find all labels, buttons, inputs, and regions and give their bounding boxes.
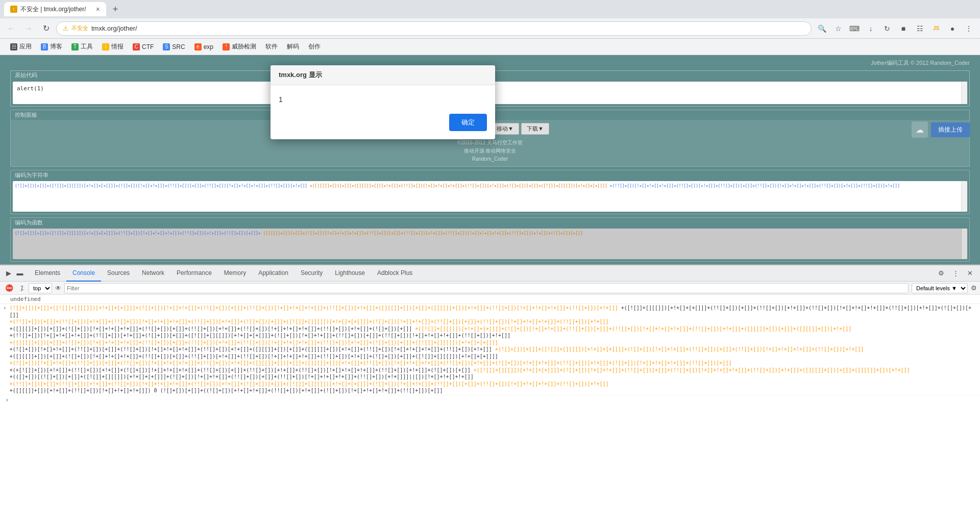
bookmark-threat[interactable]: ! 威胁检测 <box>218 40 260 53</box>
devtools-actions: ⚙ ⋮ ✕ <box>935 267 976 280</box>
devtools-icons: ▶ ▬ <box>4 269 24 278</box>
tab-close-button[interactable]: × <box>96 5 100 13</box>
back-button[interactable]: ← <box>4 21 18 36</box>
tab-favicon: ! <box>10 6 17 13</box>
bookmark-create[interactable]: 创作 <box>304 40 325 53</box>
alert-buttons: 确定 <box>279 114 487 131</box>
alert-dialog: tmxk.org 显示 1 确定 <box>271 65 495 139</box>
console-output-line5: +([][[]]+[])[+[]]+(![]+[])[!+[]+!+[]+!+[… <box>10 340 498 345</box>
console-undefined: undefined <box>0 295 980 304</box>
reload-button[interactable]: ↻ <box>39 21 53 36</box>
bookmark-software-label: 软件 <box>265 42 278 51</box>
bookmark-info[interactable]: i 情报 <box>98 40 128 53</box>
bookmark-tools-label: 工具 <box>81 42 93 51</box>
bookmark-decode[interactable]: 解码 <box>283 40 303 53</box>
console-output-line12: +([][[]]+[])[+!+[]]+(!![]+[])[!+[]+!+[]+… <box>10 388 443 393</box>
bookmark-info-label: 情报 <box>111 42 124 51</box>
console-output-line6: +(![]+[])[!+[]+!+[]]+(!![]+[])[+[]]+(!![… <box>10 346 492 352</box>
threat-icon: ! <box>223 43 230 51</box>
console-output-line4: +(!![]+[])[!+[]+!+[]+!+[]]+(!![]+[])[+!+… <box>10 333 510 338</box>
tab-title: 不安全 | tmxk.org/jother/ <box>20 5 93 14</box>
refresh-button[interactable]: ↻ <box>880 21 894 36</box>
console-output-orange: (![]+[])[+[]]+([![]]+[][[]])[+!+[]+[+[]]… <box>10 305 618 311</box>
bookmark-tools[interactable]: T 工具 <box>67 40 97 53</box>
address-bar[interactable]: ⚠ 不安全 tmxk.org/jother/ <box>56 21 812 36</box>
devtools-settings-icon[interactable]: ⚙ <box>935 267 947 280</box>
console-output-line3b: +([![]]+[][[]])[+!+[]+[+[]]]+(![]+[])[!+… <box>415 326 851 332</box>
bookmark-software[interactable]: 软件 <box>261 40 282 53</box>
levels-selector[interactable]: Default levels ▼ <box>912 283 968 293</box>
bookmark-apps[interactable]: ☷ 应用 <box>6 40 36 53</box>
tab-performance[interactable]: Performance <box>170 265 218 282</box>
translate-button[interactable]: ⌨ <box>847 21 862 36</box>
console-output-line8: +(![]+[])[!+[]+!+[]]+(!![]+[])[+[]]+(!![… <box>10 360 732 366</box>
console-output-line9: +(+[![]]+[])[+!+[]]+(!![]+[])[+!+[]]+(![… <box>10 367 471 373</box>
tab-application[interactable]: Application <box>252 265 295 282</box>
console-jother-output: (![]+[])[+[]]+([![]]+[][[]])[+!+[]+[+[]]… <box>10 305 978 394</box>
bookmark-button[interactable]: ☆ <box>831 21 845 36</box>
bookmark-ctf-label: CTF <box>142 43 154 51</box>
js-button[interactable]: JS <box>929 21 943 36</box>
blog-icon: B <box>41 43 48 51</box>
bookmark-src-label: SRC <box>172 43 185 51</box>
console-clear-button[interactable]: ⛔ <box>3 283 15 293</box>
url-display[interactable]: tmxk.org/jother/ <box>91 24 805 32</box>
not-secure-label: 不安全 <box>71 24 88 32</box>
tab-console[interactable]: Console <box>66 265 101 282</box>
scope-selector[interactable]: top <box>29 283 52 293</box>
menu-button[interactable]: ⋮ <box>962 21 976 36</box>
filter-input[interactable] <box>64 283 909 293</box>
devtools-close-icon[interactable]: ✕ <box>964 267 976 280</box>
eye-icon[interactable]: 👁 <box>55 285 61 292</box>
grid-button[interactable]: ☷ <box>913 21 927 36</box>
console-input-row: › <box>0 395 980 404</box>
console-settings-icon[interactable]: ⚙ <box>971 284 977 292</box>
devtools-tabs: ▶ ▬ Elements Console Sources Network Per… <box>0 265 980 282</box>
bookmark-ctf[interactable]: C CTF <box>129 41 158 53</box>
console-prompt-symbol: › <box>0 305 10 311</box>
tab-memory[interactable]: Memory <box>218 265 252 282</box>
forward-button[interactable]: → <box>21 21 36 36</box>
extensions-button[interactable]: ■ <box>896 21 911 36</box>
download-button[interactable]: ↓ <box>864 21 878 36</box>
tab-network[interactable]: Network <box>136 265 170 282</box>
tab-security[interactable]: Security <box>295 265 329 282</box>
console-output-line3: +([][[]]+[])[+[]]+(![]+[])[!+[]+!+[]+!+[… <box>10 326 412 332</box>
tab-adblock[interactable]: Adblock Plus <box>371 265 419 282</box>
console-output-line9b: +([![]]+[][[]])[+!+[]+[+[]]]+(![]+[])[!+… <box>474 367 910 373</box>
tab-lighthouse[interactable]: Lighthouse <box>329 265 371 282</box>
exp-icon: e <box>194 43 202 51</box>
console-output-line2: +(!![]+[])[+[]]+(!![]+[])[+!+[]]+(!![]+[… <box>10 319 609 324</box>
console-output: undefined › (![]+[])[+[]]+([![]]+[][[]])… <box>0 295 980 530</box>
ctf-icon: C <box>133 43 140 51</box>
devtools-more-icon[interactable]: ⋮ <box>949 267 962 280</box>
bookmark-blog[interactable]: B 博客 <box>37 40 66 53</box>
bookmark-exp[interactable]: e exp <box>190 41 217 53</box>
devtools-inspect-icon[interactable]: ▶ <box>4 269 13 278</box>
bookmarks-bar: ☷ 应用 B 博客 T 工具 i 情报 C CTF S SRC e exp ! <box>0 39 980 55</box>
console-filter-button[interactable]: ⁒ <box>18 283 26 293</box>
tab-elements[interactable]: Elements <box>29 265 66 282</box>
tab-sources[interactable]: Sources <box>101 265 136 282</box>
apps-icon: ☷ <box>10 43 17 51</box>
security-icon: ⚠ <box>63 25 68 32</box>
bookmark-apps-label: 应用 <box>19 42 32 51</box>
bookmark-threat-label: 威胁检测 <box>232 42 256 51</box>
bookmark-decode-label: 解码 <box>287 42 299 51</box>
new-tab-button[interactable]: + <box>108 2 122 16</box>
active-tab[interactable]: ! 不安全 | tmxk.org/jother/ × <box>4 2 106 16</box>
alert-header: tmxk.org 显示 <box>271 65 495 85</box>
nav-bar: ← → ↻ ⚠ 不安全 tmxk.org/jother/ 🔍 ☆ ⌨ ↓ ↻ ■… <box>0 18 980 39</box>
alert-ok-button[interactable]: 确定 <box>449 114 487 131</box>
profile-button[interactable]: ● <box>945 21 960 36</box>
console-output-line7: +([][[]]+[])[+[]]+(![]+[])[!+[]+!+[]+!+[… <box>10 354 498 359</box>
nav-actions: 🔍 ☆ ⌨ ↓ ↻ ■ ☷ JS ● ⋮ <box>815 21 976 36</box>
tab-bar: ! 不安全 | tmxk.org/jother/ × + <box>0 0 980 18</box>
bookmark-src[interactable]: S SRC <box>159 41 189 53</box>
bookmark-blog-label: 博客 <box>50 42 62 51</box>
devtools-device-icon[interactable]: ▬ <box>15 269 24 278</box>
search-button[interactable]: 🔍 <box>815 21 829 36</box>
bookmark-create-label: 创作 <box>308 42 321 51</box>
alert-message: 1 <box>279 95 487 104</box>
console-output-line6b: +(![]+[])[+[]]+([![]]+[][[]])[+!+[]+[+[]… <box>495 346 864 352</box>
